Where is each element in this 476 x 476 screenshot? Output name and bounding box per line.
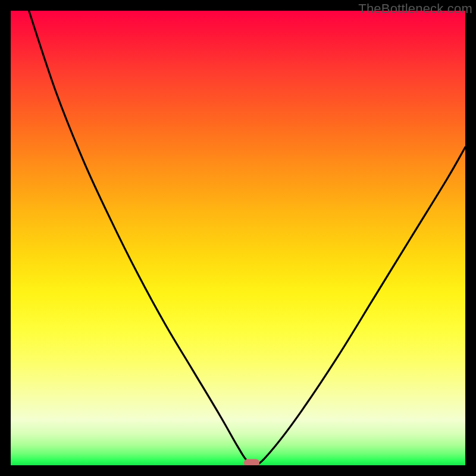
optimal-point-marker [244, 459, 259, 465]
bottleneck-curve [11, 11, 465, 465]
plot-area [11, 11, 465, 465]
watermark-text: TheBottleneck.com [358, 1, 472, 17]
